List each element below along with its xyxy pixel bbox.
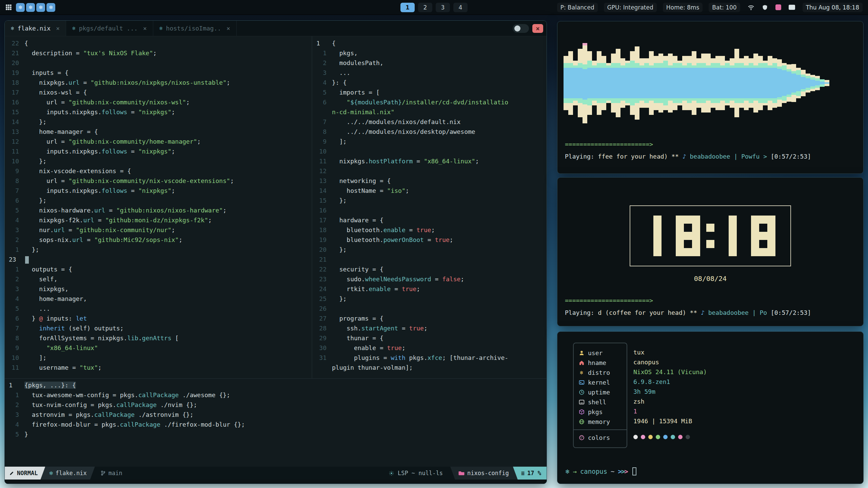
code-line[interactable]: 23 sudo.wheelNeedsPassword = false; — [312, 274, 547, 284]
editor-tab-flake-nix[interactable]: ❄flake.nix× — [5, 21, 66, 36]
code-line[interactable]: 16 url = "github:nix-community/nixos-wsl… — [5, 97, 312, 107]
code-line[interactable]: 1 tux-awesome-wm-config = pkgs.callPacka… — [5, 390, 547, 400]
code-line[interactable]: 18 nixpkgs.url = "github:nixos/nixpkgs/n… — [5, 78, 312, 87]
workspace-button-3[interactable]: 3 — [436, 3, 450, 12]
close-tab-icon[interactable]: × — [226, 25, 230, 32]
code-line[interactable]: 12 — [312, 166, 547, 176]
code-line[interactable]: 4 home-manager, — [5, 294, 312, 304]
code-line[interactable]: 10 ]; — [5, 353, 312, 363]
code-line[interactable]: 8 url = "github:nix-community/nix-vscode… — [5, 176, 312, 186]
workspace-button-2[interactable]: 2 — [418, 3, 432, 12]
editor-tab-pkgs-default[interactable]: ❄pkgs/default ...× — [66, 21, 153, 36]
code-line[interactable]: 2 tux-nvim-config = pkgs.callPackage ./n… — [5, 400, 547, 410]
code-line[interactable]: 2 sops-nix.url = "github:Mic92/sops-nix"… — [5, 235, 312, 245]
wifi-icon[interactable] — [748, 4, 754, 11]
code-line[interactable]: 7 inputs.nixpkgs.follows = "nixpkgs"; — [5, 186, 312, 196]
code-line[interactable]: 12 url = "github:nix-community/home-mana… — [5, 137, 312, 146]
code-line[interactable]: 11 username = "tux"; — [5, 363, 312, 372]
code-line[interactable]: 31 plugins = with pkgs.xfce; [thunar-arc… — [312, 353, 547, 363]
workspace-button-4[interactable]: 4 — [453, 3, 468, 12]
code-line[interactable]: 3 nixpkgs, — [5, 284, 312, 294]
code-line[interactable]: 2 modulesPath, — [312, 58, 547, 68]
code-line[interactable]: 5 ... — [5, 304, 312, 313]
code-line[interactable]: 3 ... — [312, 68, 547, 78]
pane-pkgs-default[interactable]: 1{pkgs, ...}: {1 tux-awesome-wm-config =… — [5, 378, 547, 467]
code-line[interactable]: 1{ — [312, 38, 547, 48]
code-line[interactable]: 5 imports = [ — [312, 87, 547, 97]
code-line[interactable]: 14 hostName = "iso"; — [312, 186, 547, 196]
shell-prompt[interactable]: ❄ → canopus ~ >>> — [566, 467, 636, 475]
code-line[interactable]: 17 nixos-wsl = { — [5, 87, 312, 97]
pane-flake-nix[interactable]: 22{21 description = "tux's NixOS Flake";… — [5, 36, 312, 378]
menu-grid-icon[interactable] — [5, 4, 12, 11]
code-line[interactable]: 19 inputs = { — [5, 68, 312, 78]
code-line[interactable]: 14 }; — [5, 117, 312, 127]
code-line[interactable]: 6 } @ inputs: let — [5, 313, 312, 323]
code-line[interactable]: 25 }; — [312, 294, 547, 304]
code-line[interactable]: 13 networking = { — [312, 176, 547, 186]
code-line[interactable]: 23 — [5, 255, 312, 264]
code-line[interactable]: 24 rtkit.enable = true; — [312, 284, 547, 294]
editor-tab-hosts-isoImag[interactable]: ❄hosts/isoImag..× — [153, 21, 237, 36]
command-line[interactable] — [5, 480, 547, 484]
code-line[interactable]: 6 "${modulesPath}/installer/cd-dvd/insta… — [312, 97, 547, 107]
code-line[interactable]: 3 nur.url = "github:nix-community/nur"; — [5, 225, 312, 235]
code-line[interactable]: 10 — [312, 146, 547, 156]
code-line[interactable]: 11 inputs.nixpkgs.follows = "nixpkgs"; — [5, 146, 312, 156]
code-line[interactable]: 5} — [5, 429, 547, 439]
close-tab-icon[interactable]: × — [56, 25, 60, 32]
close-window-button[interactable]: × — [532, 24, 543, 33]
code-line[interactable]: 21 description = "tux's NixOS Flake"; — [5, 48, 312, 58]
code-line[interactable]: 10 }; — [5, 156, 312, 166]
code-line[interactable]: 15 inputs.nixpkgs.follows = "nixpkgs"; — [5, 107, 312, 117]
workspace-tag-icon[interactable]: ❄ — [26, 3, 35, 12]
code-line[interactable]: 8 forAllSystems = nixpkgs.lib.genAttrs [ — [5, 333, 312, 343]
code-line[interactable]: 20 — [5, 58, 312, 68]
color-picker-icon[interactable] — [775, 4, 781, 10]
code-line[interactable]: 4}: { — [312, 78, 547, 87]
code-line[interactable]: 1 outputs = { — [5, 264, 312, 274]
code-line[interactable]: 28 ssh.startAgent = true; — [312, 323, 547, 333]
code-line[interactable]: 19 bluetooth.powerOnBoot = true; — [312, 235, 547, 245]
code-line[interactable]: n-cd-minimal.nix" — [312, 107, 547, 117]
code-line[interactable]: 8 ../../modules/nixos/desktop/awesome — [312, 127, 547, 137]
code-line[interactable]: 1 }; — [5, 245, 312, 255]
shield-icon[interactable] — [762, 4, 768, 11]
code-line[interactable]: 26 — [312, 304, 547, 313]
close-tab-icon[interactable]: × — [143, 25, 147, 32]
workspace-button-1[interactable]: 1 — [400, 3, 415, 12]
workspace-tag-icon[interactable]: ❄ — [16, 3, 25, 12]
code-line[interactable]: 18 bluetooth.enable = true; — [312, 225, 547, 235]
code-line[interactable]: 9 ]; — [312, 137, 547, 146]
code-line[interactable]: 4 nixpkgs-f2k.url = "github:moni-dz/nixp… — [5, 215, 312, 225]
code-line[interactable]: 6 }; — [5, 196, 312, 205]
code-line[interactable]: 4 firefox-mod-blur = pkgs.callPackage ./… — [5, 420, 547, 429]
code-line[interactable]: 27 programs = { — [312, 313, 547, 323]
float-toggle-button[interactable] — [513, 24, 529, 33]
code-line[interactable]: 9 "x86_64-linux" — [5, 343, 312, 353]
code-line[interactable]: 7 inherit (self) outputs; — [5, 323, 312, 333]
code-line[interactable]: 1{pkgs, ...}: { — [5, 380, 547, 390]
code-line[interactable]: 1 pkgs, — [312, 48, 547, 58]
code-line[interactable]: 2 self, — [5, 274, 312, 284]
code-line[interactable]: 21 — [312, 255, 547, 264]
code-line[interactable]: 30 enable = true; — [312, 343, 547, 353]
code-line[interactable]: 13 home-manager = { — [5, 127, 312, 137]
tray-icon[interactable] — [789, 5, 795, 10]
code-line[interactable]: 17 hardware = { — [312, 215, 547, 225]
workspace-tag-icon[interactable]: ❄ — [36, 3, 45, 12]
pane-iso-image[interactable]: 1{1 pkgs,2 modulesPath,3 ...4}: {5 impor… — [312, 36, 547, 378]
code-line[interactable]: 29 thunar = { — [312, 333, 547, 343]
workspace-tag-icon[interactable]: ❄ — [46, 3, 55, 12]
code-line[interactable]: 7 ../../modules/nixos/default.nix — [312, 117, 547, 127]
code-line[interactable]: 5 nixos-hardware.url = "github:nixos/nix… — [5, 205, 312, 215]
code-line[interactable]: 16 — [312, 205, 547, 215]
code-line[interactable]: plugin thunar-volman]; — [312, 363, 547, 372]
code-line[interactable]: 15 }; — [312, 196, 547, 205]
code-line[interactable]: 22 security = { — [312, 264, 547, 274]
code-line[interactable]: 20 }; — [312, 245, 547, 255]
code-line[interactable]: 3 astronvim = pkgs.callPackage ./astronv… — [5, 410, 547, 420]
code-line[interactable]: 22{ — [5, 38, 312, 48]
code-line[interactable]: 11 nixpkgs.hostPlatform = "x86_64-linux"… — [312, 156, 547, 166]
code-line[interactable]: 9 nix-vscode-extensions = { — [5, 166, 312, 176]
